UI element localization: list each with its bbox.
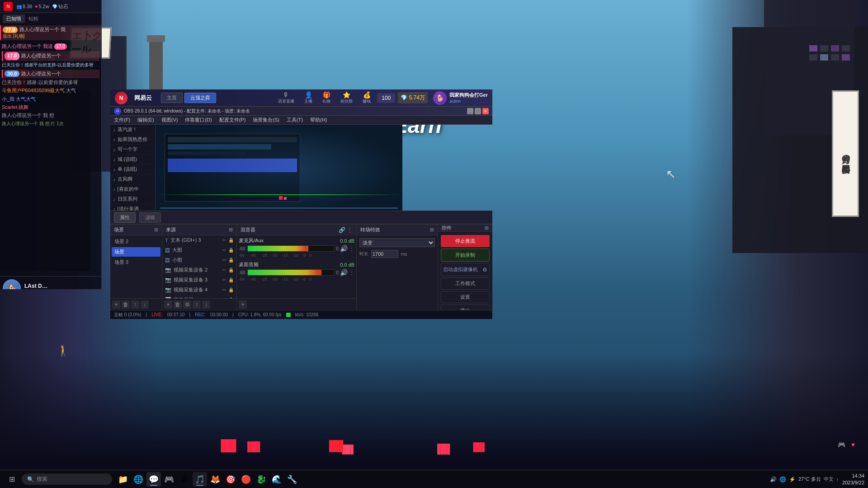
start-button[interactable]: ⊞: [4, 472, 20, 487]
virtual-cam-btn[interactable]: 启动虚拟摄像机 ⚙: [441, 263, 490, 276]
taskbar-app-extra5[interactable]: 🌊: [269, 472, 284, 487]
song-item-6[interactable]: ♪ [喜欢的中: [110, 184, 155, 194]
work-mode-btn[interactable]: 工作模式: [441, 277, 490, 290]
taskbar-app-game[interactable]: 🎮: [162, 472, 176, 487]
source-lock-2[interactable]: 🔒: [228, 258, 234, 263]
obs-minimize-btn[interactable]: _: [467, 108, 473, 114]
song-item-4[interactable]: ♪ 单 (说唱): [110, 164, 155, 174]
filter-filters-tab[interactable]: 滤镜: [139, 212, 161, 223]
icon-anchor[interactable]: 👤 主播: [301, 90, 316, 105]
menu-scenecol[interactable]: 场景集合(S): [249, 116, 283, 124]
source-item-5[interactable]: 📷 视频采集设备 4 ✏ 🔒: [162, 285, 236, 295]
scene-item-active[interactable]: 场景: [112, 247, 160, 257]
scenes-expand-icon[interactable]: ⊞: [154, 227, 158, 233]
filter-properties-tab[interactable]: 属性: [114, 212, 136, 223]
sources-add-btn[interactable]: +: [164, 300, 172, 309]
song-item-2[interactable]: ♪ 写一个字: [110, 145, 155, 155]
taskbar-app-chat[interactable]: 💬: [146, 472, 161, 487]
source-eye-0[interactable]: ✏: [222, 238, 226, 243]
system-clock[interactable]: 14:34 2023/9/22: [842, 473, 864, 486]
nav-game-btn[interactable]: 云顶之弈: [184, 93, 216, 103]
source-item-1[interactable]: 🖼 大图 ✏ 🔒: [162, 245, 236, 255]
source-lock-1[interactable]: 🔒: [228, 248, 234, 253]
icon-mic[interactable]: 🎙 语音直播: [274, 90, 298, 105]
controls-expand-icon[interactable]: ⊞: [485, 225, 489, 231]
song-item-8[interactable]: ♪ [流行美洒: [110, 204, 155, 211]
scenes-add-btn[interactable]: +: [112, 300, 120, 309]
icon-earn[interactable]: 💰 赚钱: [359, 90, 374, 105]
source-lock-0[interactable]: 🔒: [228, 238, 234, 243]
icon-fans[interactable]: ⭐ 粉丝团: [337, 90, 356, 105]
scenes-down-btn[interactable]: ↓: [141, 300, 149, 309]
tab-diamond-fans[interactable]: 钻粉: [25, 14, 42, 23]
song-item-0[interactable]: ♪ 蒸汽波！: [110, 125, 155, 135]
taskbar-app-browser[interactable]: 🌐: [131, 472, 146, 487]
source-lock-3[interactable]: 🔒: [228, 267, 234, 272]
track-desktop-speaker[interactable]: 🔊: [340, 269, 348, 276]
source-item-0[interactable]: T 文本 (GDI+) 3 ✏ 🔒: [162, 235, 236, 245]
song-item-1[interactable]: ♪ 如果我熟悉你: [110, 135, 155, 145]
song-item-3[interactable]: ♪ 城 (说唱): [110, 155, 155, 164]
corner-icon-1[interactable]: 🎮: [836, 440, 846, 450]
corner-icon-heart[interactable]: ♥: [848, 440, 858, 450]
menu-file[interactable]: 文件(F): [110, 116, 134, 124]
obs-close-btn[interactable]: ✕: [482, 108, 489, 114]
scene-item-3[interactable]: 场景 3: [112, 258, 160, 267]
taskbar-app-settings[interactable]: ⚙: [177, 472, 192, 487]
source-eye-3[interactable]: ✏: [222, 267, 226, 272]
source-eye-5[interactable]: ✏: [222, 287, 226, 292]
menu-tools[interactable]: 工具(T): [283, 116, 307, 124]
sources-delete-btn[interactable]: 🗑: [174, 300, 182, 309]
song-item-7[interactable]: ♪ 日匡系列: [110, 194, 155, 204]
nav-home-btn[interactable]: 主页: [161, 93, 183, 103]
taskbar-app-files[interactable]: 📁: [116, 472, 130, 487]
taskbar-search-box[interactable]: 🔍 搜索: [22, 474, 112, 485]
track-mic-speaker[interactable]: 🔊: [340, 245, 348, 252]
taskbar-app-extra1[interactable]: 🦊: [208, 472, 222, 487]
user-profile[interactable]: 🐕 我家狗狗会打Ger 从Brin: [433, 91, 488, 105]
song-item-5[interactable]: ♪ 古风啊: [110, 174, 155, 184]
source-item-3[interactable]: 📷 视频采集设备 2 ✏ 🔒: [162, 265, 236, 275]
tab-known[interactable]: 已知情: [3, 14, 25, 23]
sources-down-btn[interactable]: ↓: [202, 300, 210, 309]
menu-help[interactable]: 帮助(H): [307, 116, 330, 124]
tray-icon-sound[interactable]: 🔊: [770, 476, 777, 483]
menu-dock[interactable]: 停靠窗口(D): [181, 116, 215, 124]
mixer-menu-icon[interactable]: ⋮: [347, 227, 353, 233]
icon-gift[interactable]: 🎁 礼物: [319, 90, 334, 105]
source-item-4[interactable]: 📷 视频采集设备 3 ✏ 🔒: [162, 275, 236, 285]
effects-expand-icon[interactable]: ⊞: [430, 227, 434, 233]
menu-edit[interactable]: 编辑(E): [134, 116, 158, 124]
sources-expand-icon[interactable]: ⊞: [229, 227, 233, 233]
start-record-btn[interactable]: 开始录制: [441, 249, 490, 262]
mixer-link-icon[interactable]: 🔗: [339, 227, 345, 233]
tray-icon-battery[interactable]: ⚡: [789, 476, 796, 483]
menu-view[interactable]: 视图(V): [158, 116, 182, 124]
stop-stream-btn[interactable]: 停止推流: [441, 235, 490, 247]
source-eye-1[interactable]: ✏: [222, 248, 226, 253]
taskbar-app-extra4[interactable]: 🐉: [254, 472, 269, 487]
source-item-2[interactable]: 🖼 小图 ✏ 🔒: [162, 255, 236, 265]
source-eye-4[interactable]: ✏: [222, 277, 226, 282]
scene-item-2[interactable]: 场景 2: [112, 237, 160, 246]
obs-maximize-btn[interactable]: □: [475, 108, 481, 114]
scenes-delete-btn[interactable]: 🗑: [122, 300, 130, 309]
tray-icon-network[interactable]: 🌐: [779, 476, 786, 483]
source-lock-5[interactable]: 🔒: [228, 287, 234, 292]
duration-input[interactable]: [371, 250, 398, 258]
mixer-add-btn[interactable]: +: [239, 300, 247, 309]
source-item-6[interactable]: 🪟 窗口乐器 | 🔒: [162, 295, 236, 298]
taskbar-app-music[interactable]: 🎵: [193, 472, 207, 487]
virtual-cam-settings[interactable]: ⚙: [482, 267, 487, 273]
taskbar-app-extra2[interactable]: 🎯: [223, 472, 238, 487]
sources-up-btn[interactable]: ↑: [193, 300, 201, 309]
taskbar-app-extra6[interactable]: 🔧: [285, 472, 299, 487]
taskbar-app-extra3[interactable]: 🔴: [239, 472, 253, 487]
menu-profile[interactable]: 配置文件(P): [216, 116, 250, 124]
scenes-up-btn[interactable]: ↑: [131, 300, 139, 309]
effect-type-select[interactable]: 淡变: [359, 238, 435, 247]
source-lock-4[interactable]: 🔒: [228, 277, 234, 282]
track-desktop-menu[interactable]: ⋮: [349, 269, 354, 276]
source-eye-2[interactable]: ✏: [222, 258, 226, 263]
settings-btn[interactable]: 设置: [441, 291, 490, 303]
